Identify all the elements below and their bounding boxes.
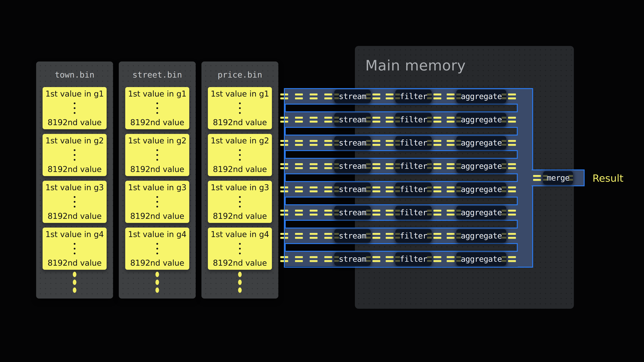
- group-first-value: 1st value in g4: [46, 230, 104, 239]
- file-panel-town: town.bin 1st value in g1 8192nd value 1s…: [36, 61, 113, 299]
- group-first-value: 1st value in g1: [211, 89, 269, 98]
- stage-chip-aggregate: aggregate: [456, 206, 506, 219]
- equals-data-chunk-icon: [280, 140, 288, 146]
- stage-chip-aggregate: aggregate: [456, 113, 506, 126]
- equals-data-chunk-icon: [324, 93, 332, 99]
- value-group-card: 1st value in g3 8192nd value: [208, 181, 272, 223]
- equals-data-chunk-icon: [386, 93, 394, 99]
- stage-chip-stream: stream: [334, 229, 371, 242]
- stage-chip-stream: stream: [334, 252, 371, 266]
- vertical-ellipsis-icon: [156, 243, 158, 254]
- file-title: street.bin: [119, 61, 196, 79]
- vertical-ellipsis-icon: [239, 243, 241, 254]
- group-first-value: 1st value in g4: [128, 230, 186, 239]
- group-first-value: 1st value in g1: [46, 89, 104, 98]
- equals-data-chunk-icon: [386, 186, 394, 192]
- equals-data-chunk-icon: [508, 140, 516, 146]
- vertical-ellipsis-icon: [74, 243, 76, 254]
- stage-chip-aggregate: aggregate: [456, 136, 506, 149]
- equals-data-chunk-icon: [447, 117, 454, 123]
- equals-data-chunk-icon: [324, 140, 332, 146]
- equals-data-chunk-icon: [372, 233, 380, 239]
- equals-data-chunk-icon: [372, 210, 380, 216]
- vertical-ellipsis-icon: [74, 102, 76, 114]
- equals-data-chunk-icon: [372, 256, 380, 262]
- value-group-card: 1st value in g2 8192nd value: [125, 134, 189, 176]
- equals-data-chunk-icon: [386, 210, 394, 216]
- equals-data-chunk-icon: [295, 117, 303, 123]
- value-group-card: 1st value in g4 8192nd value: [125, 228, 189, 270]
- merge-band: merge: [532, 169, 584, 186]
- equals-data-chunk-icon: [447, 163, 454, 169]
- equals-data-chunk-icon: [434, 233, 441, 239]
- vertical-ellipsis-icon: [74, 149, 76, 161]
- value-group-card: 1st value in g2 8192nd value: [208, 134, 272, 176]
- equals-data-chunk-icon: [295, 93, 303, 99]
- vertical-ellipsis-icon: [239, 196, 241, 208]
- group-last-value: 8192nd value: [130, 118, 184, 127]
- pipeline-gap-box: [285, 127, 518, 135]
- pipeline-row: stream filter aggregate: [280, 252, 532, 266]
- stage-chip-filter: filter: [395, 229, 432, 242]
- equals-data-chunk-icon: [508, 186, 516, 192]
- stage-chip-stream: stream: [334, 206, 371, 219]
- equals-data-chunk-icon: [310, 117, 318, 123]
- group-last-value: 8192nd value: [213, 259, 267, 267]
- stage-chip-filter: filter: [395, 159, 432, 173]
- stage-chip-aggregate: aggregate: [456, 159, 506, 173]
- group-last-value: 8192nd value: [213, 212, 267, 221]
- equals-data-chunk-icon: [372, 163, 380, 169]
- more-groups-ellipsis-icon: [119, 272, 196, 293]
- equals-data-chunk-icon: [324, 233, 332, 239]
- equals-data-chunk-icon: [372, 140, 380, 146]
- file-panel-price: price.bin 1st value in g1 8192nd value 1…: [202, 61, 278, 299]
- group-first-value: 1st value in g1: [128, 89, 186, 98]
- group-first-value: 1st value in g3: [128, 183, 186, 192]
- card-list: 1st value in g1 8192nd value 1st value i…: [208, 87, 272, 274]
- group-last-value: 8192nd value: [48, 118, 102, 127]
- equals-data-chunk-icon: [280, 93, 288, 99]
- pipeline-row: stream filter aggregate: [280, 182, 532, 197]
- group-last-value: 8192nd value: [213, 165, 267, 174]
- equals-data-chunk-icon: [508, 233, 516, 239]
- pipeline-gap-box: [285, 173, 518, 182]
- equals-data-chunk-icon: [324, 186, 332, 192]
- equals-data-chunk-icon: [508, 256, 516, 262]
- value-group-card: 1st value in g1 8192nd value: [208, 87, 272, 129]
- stage-chip-filter: filter: [395, 206, 432, 219]
- stage-chip-filter: filter: [395, 252, 432, 266]
- value-group-card: 1st value in g4 8192nd value: [208, 228, 272, 270]
- equals-data-chunk-icon: [533, 175, 541, 181]
- stage-chip-filter: filter: [395, 90, 432, 103]
- stage-chip-aggregate: aggregate: [456, 183, 506, 196]
- equals-data-chunk-icon: [310, 93, 318, 99]
- equals-data-chunk-icon: [434, 117, 441, 123]
- group-last-value: 8192nd value: [48, 212, 102, 221]
- stage-chip-filter: filter: [395, 113, 432, 126]
- stage-chip-stream: stream: [334, 113, 371, 126]
- value-group-card: 1st value in g1 8192nd value: [125, 87, 189, 129]
- equals-data-chunk-icon: [386, 233, 394, 239]
- value-group-card: 1st value in g2 8192nd value: [42, 134, 106, 176]
- equals-data-chunk-icon: [372, 93, 380, 99]
- equals-data-chunk-icon: [295, 210, 303, 216]
- equals-data-chunk-icon: [447, 256, 454, 262]
- equals-data-chunk-icon: [434, 140, 441, 146]
- diagram-canvas: town.bin 1st value in g1 8192nd value 1s…: [0, 0, 644, 362]
- pipeline-gap-box: [285, 104, 518, 112]
- card-list: 1st value in g1 8192nd value 1st value i…: [42, 87, 106, 274]
- pipeline-gap-box: [285, 220, 518, 228]
- stage-chip-stream: stream: [334, 90, 371, 103]
- pipeline-row: stream filter aggregate: [280, 228, 532, 243]
- pipeline-row: stream filter aggregate: [280, 89, 532, 104]
- equals-data-chunk-icon: [447, 140, 454, 146]
- stage-chip-stream: stream: [334, 183, 371, 196]
- equals-data-chunk-icon: [386, 163, 394, 169]
- stage-chip-aggregate: aggregate: [456, 229, 506, 242]
- equals-data-chunk-icon: [508, 210, 516, 216]
- more-groups-ellipsis-icon: [202, 272, 278, 293]
- group-first-value: 1st value in g2: [211, 136, 269, 145]
- equals-data-chunk-icon: [372, 186, 380, 192]
- equals-data-chunk-icon: [295, 256, 303, 262]
- group-first-value: 1st value in g2: [128, 136, 186, 145]
